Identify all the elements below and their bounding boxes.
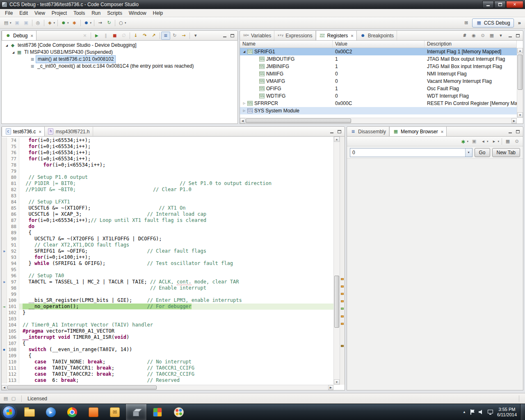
code-line[interactable]: 109 { [2,353,333,359]
debug-tree-item[interactable]: _c_int00_noexit() at boot.c:184 0x0081C4… [2,63,237,70]
code-line[interactable]: 112 case TA0IV_TA0CCR2: break; // TA0CCR… [2,371,333,377]
view-menu-button[interactable] [191,32,200,40]
dropdown-arrow-icon[interactable]: ▾ [54,21,55,25]
menu-edit[interactable]: Edit [16,9,31,17]
code-line[interactable]: 91 // Clear XT2,XT1,DCO fault flags [2,242,333,248]
menu-tools[interactable]: Tools [70,9,88,17]
scrollbar-thumb[interactable] [334,276,339,328]
tab-breakpoints[interactable]: Breakpoints [357,31,397,40]
code-area[interactable]: 74 for(i=0;i<65534;i++);75 for(i=0;i<655… [2,137,333,385]
scroll-right-icon[interactable]: ▶ [328,385,333,390]
editor-vertical-scrollbar[interactable]: ▲ ▼ [333,137,340,385]
restart-button[interactable] [170,32,179,40]
register-row[interactable]: NMIIFG0NMI Interrupt Flag [240,70,517,78]
ccs-debug-perspective-button[interactable]: CCS Debug [472,18,514,27]
maximize-view-button[interactable] [514,32,521,39]
overview-ruler[interactable] [340,137,345,385]
chrome-icon[interactable] [62,404,83,420]
close-tab-icon[interactable]: × [30,33,33,38]
register-row[interactable]: ◢SFRIFG10x00C2Interrupt Flag 1 [Memory M… [240,48,517,55]
code-line[interactable]: 111 case TA0IV_TA0CCR1: break; // TA0CCR… [2,365,333,371]
step-return-button[interactable] [149,32,158,40]
register-row[interactable]: OFIFG1Osc Fault Flag [240,85,517,92]
new-rendering-button[interactable]: ▾ [459,137,470,146]
column-header-description[interactable]: Description [425,41,517,48]
scroll-down-icon[interactable]: ▼ [517,112,523,118]
minimize-view-button[interactable] [328,128,335,135]
table-format-button[interactable] [503,137,512,146]
media-player-icon[interactable] [40,404,62,420]
overview-mark[interactable] [341,315,344,317]
paint-icon[interactable] [168,404,189,420]
code-line[interactable]: 98 // Enable interrupt [2,285,333,291]
app-orange-icon[interactable] [83,404,104,420]
code-line[interactable]: 101 __no_operation(); // For debugger [2,304,333,310]
new-target-config-button[interactable] [34,19,43,27]
editor-horizontal-scrollbar[interactable]: ◀ ▶ [2,385,333,390]
chevron-marker-icon[interactable] [2,279,7,285]
registers-vertical-scrollbar[interactable]: ▲ ▼ [517,48,523,118]
code-line[interactable]: 89 { [2,230,333,236]
overview-mark[interactable] [341,308,344,310]
dropdown-arrow-icon[interactable]: ▾ [467,140,468,143]
close-button[interactable]: × [506,1,523,8]
code-line[interactable]: 94 } while (SFRIFG1 & OFIFG); // Test os… [2,260,333,267]
tab-registers[interactable]: Registers× [316,31,357,40]
scrollbar-thumb[interactable] [246,119,351,123]
open-perspective-icon[interactable] [463,20,470,26]
snapshot-button[interactable] [469,32,478,40]
refresh-button[interactable] [105,19,114,27]
view-menu-button[interactable] [496,32,505,40]
debug-tree-item[interactable]: ◢TI MSP430 USB1/MSP430 (Suspended) [2,49,237,56]
scroll-down-icon[interactable]: ▼ [334,379,340,385]
column-header-name[interactable]: Name [240,41,333,48]
code-line[interactable]: 84 // Setup LFXT1 [2,199,333,205]
resume-button[interactable] [92,32,101,40]
minimize-view-button[interactable] [221,32,228,39]
overview-mark[interactable] [341,293,344,295]
menu-help[interactable]: Help [150,9,167,17]
tab-variables[interactable]: Variables [240,31,274,40]
show-desktop-button[interactable] [520,404,525,420]
twisty-icon[interactable]: ◢ [242,48,247,55]
tab-msp430f6721-h[interactable]: msp430f6721.h [45,127,93,136]
tab-debug[interactable]: Debug× [2,31,37,40]
scroll-right-icon[interactable]: ▶ [511,118,517,123]
menu-file[interactable]: File [2,9,16,17]
combo-dropdown-icon[interactable]: ▾ [465,148,472,157]
new-button[interactable]: ▾ [2,19,13,27]
register-row[interactable]: ▷SFRRPCR0x000CRESET Pin Control Register… [240,100,517,107]
ccs-taskbar-icon[interactable] [126,404,147,420]
code-line[interactable]: 93 for(i=0;i<100;i++); [2,254,333,260]
pin-button[interactable] [478,32,487,40]
asm-step-button[interactable] [161,32,170,40]
code-line[interactable]: 78 for(i=0;i<65534;i++); [2,162,333,168]
outlook-icon[interactable] [104,404,126,420]
search-button[interactable]: ▾ [116,19,128,27]
network-icon[interactable] [488,410,493,413]
tab-memory-browser[interactable]: Memory Browser× [389,127,447,136]
volume-icon[interactable] [479,410,484,414]
code-line[interactable]: 100 __bis_SR_register(LPM3_bits | GIE); … [2,297,333,304]
hidden-icons-chevron[interactable]: ▲ [463,410,466,414]
code-line[interactable]: 87 for(i=0;i<65534;i++);// Loop until XT… [2,217,333,224]
overview-mark[interactable] [341,345,344,347]
terminate-button[interactable] [110,32,119,40]
register-row[interactable]: WDTIFG0WDT Interrupt Flag [240,92,517,100]
menu-scripts[interactable]: Scripts [104,9,126,17]
code-line[interactable]: 86 UCSCTL6 |= XCAP_3; // Internal load c… [2,211,333,217]
code-line[interactable]: 107{ [2,340,333,347]
code-line[interactable]: 75 for(i=0;i<65534;i++); [2,144,333,150]
scroll-up-icon[interactable]: ▲ [517,48,523,53]
save-memory-button[interactable] [470,137,479,146]
go-button[interactable]: Go [475,148,490,157]
menu-project[interactable]: Project [48,9,70,17]
register-row[interactable]: JMBOUTIFG1JTAG Mail Box output Interrupt… [240,55,517,63]
dropdown-arrow-icon[interactable]: ▾ [10,21,11,25]
scroll-up-icon[interactable]: ▲ [334,137,340,142]
dropdown-arrow-icon[interactable]: ▾ [498,140,499,143]
code-line[interactable]: 80 // Setup P1.0 output [2,174,333,180]
save-all-button[interactable] [22,19,31,27]
perspective-overflow-chevron[interactable]: » [516,20,523,26]
dropdown-arrow-icon[interactable]: ▾ [67,21,69,25]
